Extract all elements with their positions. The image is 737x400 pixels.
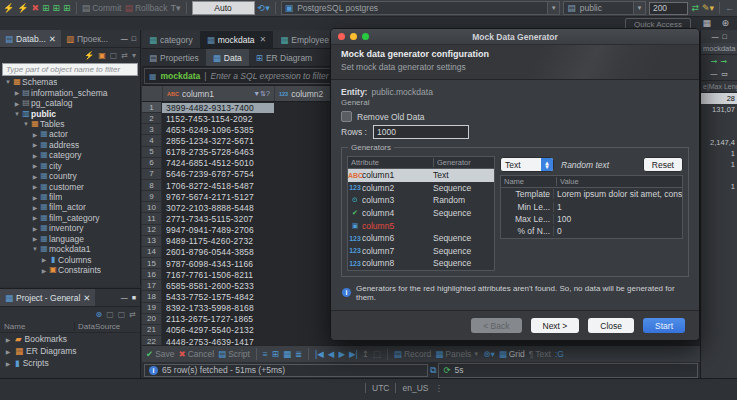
reset-button[interactable]: Reset xyxy=(643,157,683,172)
close-icon[interactable]: ✕ xyxy=(49,34,56,44)
props-value-header[interactable]: Value xyxy=(556,177,682,186)
collapse-icon[interactable]: ▢ xyxy=(106,310,114,319)
grid-view-toggle[interactable]: ▦ Grid xyxy=(499,349,525,359)
expand-arrow-icon[interactable]: ▶ xyxy=(31,152,39,159)
attribute-row-column7[interactable]: 123column7Sequence xyxy=(348,245,494,258)
tree-item-mockdata1[interactable]: ▼mockdata1 xyxy=(0,244,140,254)
row-number[interactable]: 8 xyxy=(142,180,162,191)
attribute-row-column8[interactable]: 123column8Sequence xyxy=(348,257,494,270)
collapse-arrow-icon[interactable]: ▼ xyxy=(31,246,39,252)
fetch-page-icon[interactable]: ↥ xyxy=(362,349,369,359)
tab-project-general[interactable]: ▦ Project - General ✕ xyxy=(0,289,95,306)
text-view-toggle[interactable]: ¶ Text xyxy=(529,349,551,359)
row-number[interactable]: 21 xyxy=(142,325,162,336)
rows-input[interactable]: 1000 xyxy=(373,125,469,139)
cell-column1[interactable]: 9787-6098-4343-1166 xyxy=(162,259,274,269)
tab-database-navigator[interactable]: ▤ Datab... ✕ xyxy=(0,30,61,47)
max-length-cell[interactable] xyxy=(701,126,737,137)
close-icon[interactable]: ✕ xyxy=(260,35,267,44)
row-number[interactable]: 2 xyxy=(142,113,162,124)
cell-column1[interactable]: 8392-1733-5998-8168 xyxy=(162,303,274,313)
expand-arrow-icon[interactable]: ▶ xyxy=(31,225,39,232)
row-number[interactable]: 19 xyxy=(142,303,162,314)
attribute-row-column2[interactable]: 123column2Sequence xyxy=(348,182,494,195)
tree-item-constraints[interactable]: ▶Constraints xyxy=(0,265,140,275)
cell-column1[interactable]: 2601-8796-0544-3858 xyxy=(162,247,274,257)
expand-arrow-icon[interactable]: ▶ xyxy=(13,89,21,96)
tree-item-city[interactable]: ▶city xyxy=(0,161,140,171)
expand-arrow-icon[interactable]: ▶ xyxy=(40,267,48,274)
attribute-row-column3[interactable]: ⊙column3Random xyxy=(348,194,494,207)
tab-projects[interactable]: ▥ Проек... xyxy=(61,30,113,47)
max-length-cell[interactable]: 2,147,4 xyxy=(701,137,737,148)
column-header-datasource[interactable]: DataSource xyxy=(74,322,120,331)
tree-item-category[interactable]: ▶category xyxy=(0,150,140,160)
prop-value[interactable]: Lorem ipsum dolor sit amet, consectetur … xyxy=(553,189,682,199)
project-item-er-diagrams[interactable]: ▶ER Diagrams xyxy=(0,345,140,357)
tab-category[interactable]: ▦ category xyxy=(142,31,200,48)
cell-column1[interactable]: 7424-6851-4512-5010 xyxy=(162,158,274,168)
first-row-icon[interactable]: |◀ xyxy=(315,349,324,359)
generate-mock-data-icon[interactable]: :G xyxy=(555,349,564,359)
cell-column1[interactable]: 3072-2103-8888-5448 xyxy=(162,203,274,213)
max-length-cell[interactable]: 1 xyxy=(701,148,737,159)
new-sql-editor-icon[interactable]: ⊞ xyxy=(53,3,61,13)
recent-sql-icon[interactable]: ⊞ xyxy=(63,3,71,13)
row-number[interactable]: 5 xyxy=(142,147,162,158)
close-button[interactable]: Close xyxy=(588,318,634,333)
row-number[interactable]: 4 xyxy=(142,135,162,146)
settings-gear-icon[interactable]: ⊛▾ xyxy=(483,349,494,359)
brush-icon[interactable]: ✎▾ xyxy=(702,3,714,13)
cell-column1[interactable]: 9489-1175-4260-2732 xyxy=(162,236,274,246)
attribute-row-column5[interactable]: ▣column5 xyxy=(348,219,494,232)
cell-column1[interactable]: 6178-2735-5728-6463 xyxy=(162,147,274,157)
last-row-icon[interactable]: ▶| xyxy=(349,349,358,359)
cell-column1[interactable]: 2855-1234-3272-5671 xyxy=(162,136,274,146)
edit-row-icon[interactable]: ≡ xyxy=(263,349,268,359)
row-number[interactable]: 15 xyxy=(142,258,162,269)
expand-arrow-icon[interactable]: ▶ xyxy=(31,162,39,169)
commit-button[interactable]: ▤ Commit xyxy=(82,3,122,13)
prop-value[interactable]: 0 xyxy=(553,226,682,236)
cell-column1[interactable]: 6585-8581-2600-5233 xyxy=(162,281,274,291)
cell-column1[interactable]: 1152-7453-1154-2092 xyxy=(162,114,274,124)
row-number[interactable]: 7 xyxy=(142,169,162,180)
cell-column1[interactable]: 9947-0941-7489-2706 xyxy=(162,225,274,235)
script-button[interactable]: ▤ Script xyxy=(218,349,250,359)
tree-item-film-actor[interactable]: ▶film_actor xyxy=(0,202,140,212)
generator-prop-row[interactable]: TemplateLorem ipsum dolor sit amet, cons… xyxy=(501,188,682,200)
cell-column1[interactable]: 2771-7343-5115-3207 xyxy=(162,214,274,224)
new-folder-icon[interactable]: ▣ xyxy=(98,51,106,60)
minimize-icon[interactable]: — xyxy=(121,35,128,42)
refresh-icon[interactable]: ▢ xyxy=(110,51,118,60)
generator-column-header[interactable]: Generator xyxy=(433,158,494,167)
next-row-icon[interactable]: ▶ xyxy=(338,349,345,359)
max-length-cell[interactable]: 1 xyxy=(701,159,737,170)
collapse-arrow-icon[interactable]: ▼ xyxy=(22,121,30,127)
tree-item-tables[interactable]: ▼Tables xyxy=(0,119,140,129)
collapse-all-icon[interactable]: ⇄ xyxy=(121,51,128,60)
tab-employee[interactable]: ▦ Employee xyxy=(273,31,336,48)
tree-item-film-category[interactable]: ▶film_category xyxy=(0,213,140,223)
rollback-button[interactable]: ▤ Rollback xyxy=(124,3,167,13)
background-tab-fragment[interactable]: mockdata xyxy=(701,43,737,55)
subtab-properties[interactable]: ▤ Properties xyxy=(142,49,206,66)
transaction-log-icon[interactable]: ⟲▾ xyxy=(258,3,270,13)
row-number[interactable]: 13 xyxy=(142,236,162,247)
generator-prop-row[interactable]: % of N...0 xyxy=(501,225,682,237)
row-number[interactable]: 10 xyxy=(142,202,162,213)
row-number[interactable]: 3 xyxy=(142,124,162,135)
minimize-icon[interactable]: — xyxy=(121,294,128,301)
delete-row-icon[interactable]: ≣ xyxy=(295,349,302,359)
expand-arrow-icon[interactable]: ▶ xyxy=(31,173,39,180)
row-number[interactable]: 17 xyxy=(142,280,162,291)
panels-button[interactable]: ▦ Panels ▼ xyxy=(435,349,479,359)
expand-arrow-icon[interactable]: ▶ xyxy=(40,256,48,263)
add-row-icon[interactable]: ⊞ xyxy=(272,349,279,359)
column-header-name[interactable]: Name xyxy=(0,322,74,331)
tree-item-customer[interactable]: ▶customer xyxy=(0,181,140,191)
expand-icon[interactable]: ▢ xyxy=(118,310,126,319)
props-name-header[interactable]: Name xyxy=(501,177,556,186)
tree-item-language[interactable]: ▶language xyxy=(0,234,140,244)
expand-arrow-icon[interactable]: ▶ xyxy=(4,336,12,343)
